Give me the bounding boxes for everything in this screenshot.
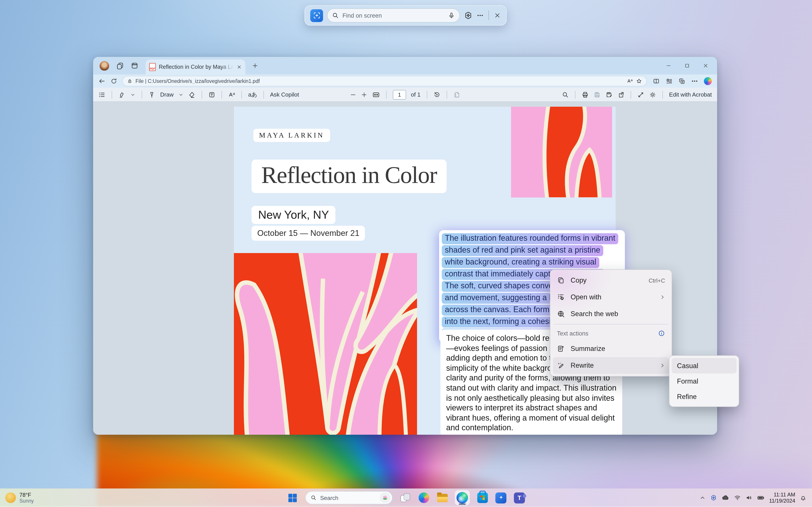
windows-logo-icon — [288, 494, 297, 502]
menu-item-open-with[interactable]: Open with — [553, 289, 669, 305]
m365-copilot-button[interactable] — [495, 492, 507, 504]
share-icon[interactable] — [617, 91, 624, 98]
submenu-item-refine[interactable]: Refine — [672, 389, 737, 404]
taskbar-search[interactable]: Search — [305, 491, 393, 504]
tab-actions-icon[interactable] — [131, 62, 139, 70]
minimize-icon[interactable] — [666, 63, 671, 68]
save-as-icon[interactable] — [605, 91, 613, 98]
highlighter-icon[interactable] — [118, 91, 125, 98]
divider — [427, 91, 427, 99]
menu-section-text-actions: Text actions — [553, 326, 669, 340]
favorite-star-icon[interactable] — [636, 78, 642, 84]
settings-more-icon[interactable] — [691, 77, 698, 84]
read-aloud-icon[interactable] — [229, 91, 236, 98]
find-on-screen-input[interactable]: Find on screen — [327, 8, 460, 22]
collections-icon[interactable] — [678, 77, 686, 84]
teams-button[interactable]: T — [513, 492, 525, 504]
read-aloud-icon[interactable] — [627, 78, 633, 84]
search-highlight-chip — [380, 493, 390, 503]
submenu-item-formal[interactable]: Formal — [672, 374, 737, 389]
lock-icon — [127, 78, 133, 84]
copilot-outline-icon[interactable] — [464, 11, 473, 20]
pdf-toolbar-center: 1 of 1 — [350, 90, 460, 99]
translate-icon[interactable]: aあ — [248, 91, 257, 99]
summarize-icon — [557, 345, 565, 353]
address-bar[interactable]: File | C:Users/Onedrive/s_izza/lovegived… — [122, 76, 647, 87]
copy-shortcut: Ctrl+C — [649, 277, 665, 284]
hidden-icons-chevron[interactable] — [700, 495, 706, 501]
draw-label[interactable]: Draw — [160, 91, 174, 98]
weather-condition: Sunny — [19, 498, 34, 504]
divider — [575, 91, 575, 99]
menu-item-rewrite[interactable]: Rewrite — [553, 357, 669, 374]
search-document-icon[interactable] — [562, 91, 569, 98]
pdf-toolbar: Draw aあ Ask Copilot 1 of 1 — [93, 88, 717, 102]
volume-icon[interactable] — [745, 494, 752, 501]
divider — [242, 91, 242, 99]
tab-close-icon[interactable] — [237, 64, 242, 70]
browser-tab-active[interactable]: PDF Reflection in Color by Maya Larki — [146, 59, 245, 74]
microsoft-store-button[interactable] — [476, 492, 488, 504]
rewrite-submenu: Casual Formal Refine — [669, 355, 739, 407]
wifi-icon[interactable] — [734, 494, 741, 501]
info-icon[interactable] — [658, 330, 665, 337]
edge-browser-window: PDF Reflection in Color by Maya Larki Fi… — [93, 57, 717, 435]
maximize-icon[interactable] — [684, 63, 690, 68]
copilot-icon — [418, 493, 429, 503]
task-view-icon — [401, 494, 410, 502]
submenu-item-casual[interactable]: Casual — [672, 358, 737, 374]
clock[interactable]: 11:11 AM 11/19/2024 — [769, 491, 795, 504]
screen-capture-app-icon[interactable] — [310, 9, 323, 22]
more-options-icon[interactable] — [476, 12, 484, 19]
rotate-icon[interactable] — [434, 91, 441, 98]
favorites-list-icon[interactable] — [665, 77, 672, 84]
close-icon[interactable] — [494, 12, 501, 19]
menu-item-summarize[interactable]: Summarize — [553, 340, 669, 357]
fit-to-width-icon[interactable] — [372, 91, 380, 99]
window-close-icon[interactable] — [703, 63, 708, 68]
edit-with-acrobat-button[interactable]: Edit with Acrobat — [669, 91, 712, 98]
search-icon — [310, 495, 317, 501]
page-number-input[interactable]: 1 — [393, 90, 406, 99]
task-view-button[interactable] — [399, 492, 411, 504]
highlighted-line: white background, creating a striking vi… — [442, 257, 622, 268]
chevron-down-icon[interactable] — [179, 92, 184, 97]
back-icon[interactable] — [98, 77, 105, 84]
menu-item-copy[interactable]: Copy Ctrl+C — [553, 272, 669, 289]
refresh-icon[interactable] — [110, 77, 117, 84]
zoom-in-icon[interactable] — [361, 92, 367, 98]
page-view-icon — [453, 91, 460, 98]
zoom-out-icon[interactable] — [350, 92, 356, 98]
weather-widget[interactable]: 78°F Sunny — [0, 492, 34, 504]
copilot-tray-icon[interactable] — [710, 494, 717, 501]
fullscreen-icon[interactable] — [637, 91, 644, 98]
battery-icon[interactable] — [757, 494, 765, 502]
copilot-app-button[interactable] — [418, 492, 429, 504]
menu-item-search-web[interactable]: Search the web — [553, 305, 669, 322]
lotus-icon — [382, 494, 389, 501]
notifications-bell-icon[interactable] — [800, 494, 807, 501]
workspaces-icon[interactable] — [116, 62, 124, 70]
settings-gear-icon[interactable] — [649, 91, 656, 98]
new-tab-icon[interactable] — [252, 63, 258, 69]
file-explorer-button[interactable] — [436, 492, 448, 504]
copilot-icon[interactable] — [704, 77, 712, 85]
eraser-icon[interactable] — [189, 91, 196, 98]
table-of-contents-icon[interactable] — [98, 91, 105, 98]
search-web-icon — [557, 310, 565, 318]
m365-sparkle-icon — [495, 492, 506, 503]
chevron-down-icon[interactable] — [130, 92, 136, 97]
context-menu: Copy Ctrl+C Open with Search the web Tex… — [550, 269, 672, 377]
print-icon[interactable] — [581, 91, 589, 98]
onedrive-icon[interactable] — [721, 494, 729, 502]
split-screen-icon[interactable] — [653, 77, 660, 84]
ask-copilot-button[interactable]: Ask Copilot — [270, 91, 299, 98]
add-text-icon[interactable] — [208, 91, 215, 98]
microphone-icon[interactable] — [448, 12, 455, 19]
edge-browser-button-active[interactable] — [455, 490, 470, 505]
draw-pen-icon[interactable] — [148, 91, 155, 98]
start-button[interactable] — [287, 492, 299, 504]
exhibition-location: New York, NY — [252, 206, 336, 224]
profile-avatar[interactable] — [99, 61, 109, 71]
navigation-bar: File | C:Users/Onedrive/s_izza/lovegived… — [93, 74, 717, 88]
